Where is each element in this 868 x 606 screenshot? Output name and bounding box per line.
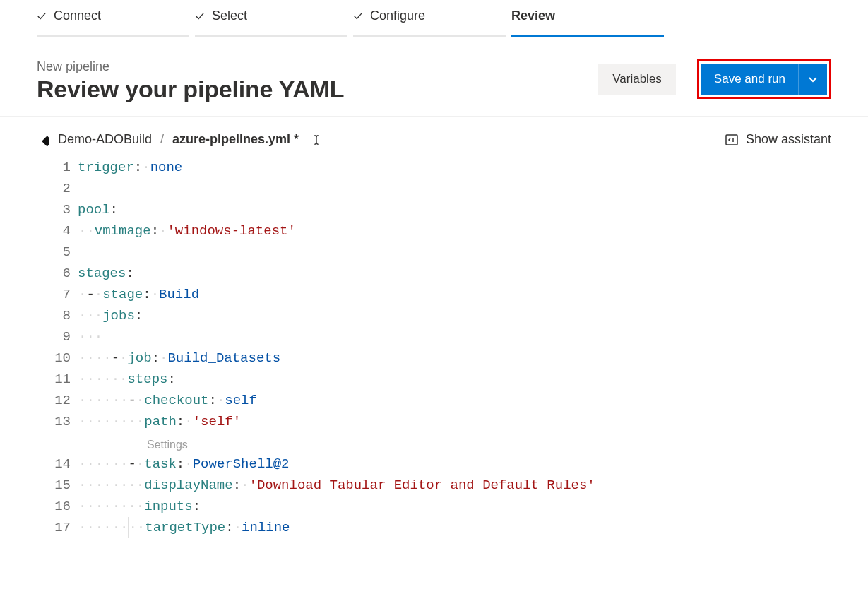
show-assistant-label: Show assistant [746, 132, 831, 147]
check-icon [37, 11, 47, 21]
breadcrumb-repo[interactable]: Demo-ADOBuild [58, 132, 152, 147]
panel-left-icon [725, 133, 739, 147]
tab-connect-label: Connect [54, 8, 101, 23]
file-path-row: Demo-ADOBuild / azure-pipelines.yml * Sh… [0, 117, 868, 157]
wizard-tabs: Connect Select Configure Review [0, 0, 868, 37]
save-and-run-button[interactable]: Save and run [701, 64, 799, 95]
code-content[interactable]: trigger:·none pool: ··vmimage:·'windows-… [37, 157, 831, 538]
yaml-editor[interactable]: 1 2 3 4 5 6 7 8 9 10 11 12 13 14 15 16 1… [0, 157, 868, 552]
save-and-run-highlight: Save and run [697, 59, 831, 99]
tab-connect[interactable]: Connect [37, 8, 189, 37]
tab-review-label: Review [511, 8, 555, 23]
editor-caret [612, 157, 612, 178]
line-gutter: 1 2 3 4 5 6 7 8 9 10 11 12 13 14 15 16 1… [37, 157, 71, 538]
text-cursor-icon[interactable] [310, 133, 323, 146]
repo-icon [37, 133, 49, 146]
check-icon [353, 11, 363, 21]
show-assistant-button[interactable]: Show assistant [725, 132, 831, 147]
tab-select[interactable]: Select [195, 8, 347, 37]
tab-configure[interactable]: Configure [353, 8, 506, 37]
page-header: New pipeline Review your pipeline YAML V… [0, 37, 868, 117]
breadcrumb-separator: / [160, 132, 164, 147]
svg-rect-0 [42, 136, 49, 146]
check-icon [195, 11, 205, 21]
page-title: Review your pipeline YAML [37, 76, 344, 103]
svg-rect-1 [726, 135, 737, 145]
variables-button[interactable]: Variables [598, 64, 676, 95]
task-settings-link[interactable]: Settings [147, 434, 188, 456]
tab-review[interactable]: Review [511, 8, 664, 37]
tab-configure-label: Configure [370, 8, 425, 23]
breadcrumb-file[interactable]: azure-pipelines.yml * [172, 132, 299, 147]
header-subtitle: New pipeline [37, 59, 344, 74]
save-and-run-dropdown[interactable] [799, 64, 827, 95]
tab-select-label: Select [212, 8, 247, 23]
chevron-down-icon [807, 73, 819, 85]
